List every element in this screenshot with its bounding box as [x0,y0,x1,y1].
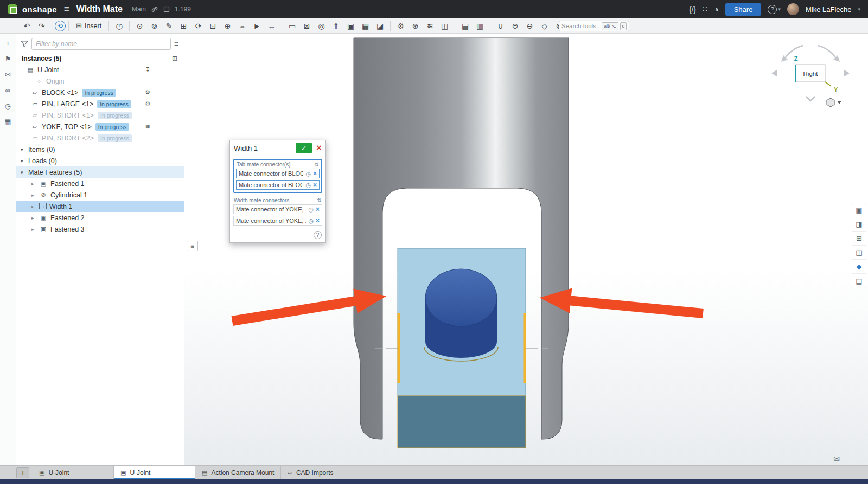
document-tab[interactable]: ▤Action Camera Mount [195,466,281,479]
rotate-arc-right[interactable] [818,46,837,59]
parallel-mate-icon[interactable]: ⇔ [235,20,250,32]
chevron-right-icon[interactable]: ▸ [31,227,39,232]
section-view-icon[interactable]: ◪ [373,20,387,32]
remove-icon[interactable]: × [316,217,320,224]
featurescript-icon[interactable]: {/} [689,5,696,14]
rollback-icon[interactable]: ⟲ [55,21,66,31]
pin-top-face[interactable] [425,269,497,326]
rotate-down-arrow[interactable] [806,97,815,101]
chevron-right-icon[interactable]: ▸ [31,192,39,198]
frame-icon[interactable]: ▭ [285,20,299,32]
mate-connector-row[interactable]: Mate connector of BLOCK ...◷× [236,180,320,190]
tree-group-header[interactable]: ▾Mate Features (5) [16,166,184,178]
tree-feature-row[interactable]: ▸⊘Cylindrical 1 [16,189,184,201]
display-states-icon[interactable]: ◫ [437,20,452,32]
table-icon[interactable]: ▦ [358,20,373,32]
onshape-logo-icon[interactable] [8,4,17,14]
sort-icon[interactable]: ⇅ [317,197,322,203]
mate-connector-icon[interactable]: ◷ [308,217,314,224]
mate-icon[interactable]: ◷ [112,20,126,32]
remove-icon[interactable]: × [316,206,320,213]
insert-instance-icon[interactable]: ⊞ [172,55,177,62]
tree-feature-row[interactable]: ▸▣Fastened 1 [16,178,184,189]
chevron-down-icon[interactable]: ▾ [21,158,28,164]
tree-feature-row[interactable]: ▸↔Width 1 [16,201,184,212]
comments-panel-icon[interactable]: ✉ [2,69,14,80]
help-menu-button[interactable]: ? ▾ [768,5,781,14]
history-panel-icon[interactable]: ◷ [2,100,14,111]
tree-instance-row[interactable]: ▱YOKE, TOP <1>In progress≋ [16,121,184,132]
in-context-icon[interactable]: ⚙ [145,100,150,107]
explode-icon[interactable]: ⊠ [299,20,314,32]
tree-group-header[interactable]: ▾Loads (0) [16,155,184,166]
tree-feature-row[interactable]: ▸▣Fastened 3 [16,223,184,235]
cancel-button[interactable]: × [316,144,322,152]
tree-instance-row[interactable]: ▱PIN, SHORT <1>In progress [16,110,184,121]
share-button[interactable]: Share [725,3,762,16]
chevron-right-icon[interactable]: ▸ [31,181,39,187]
cam-icon[interactable]: ⊖ [522,20,537,32]
block-lower-part[interactable] [398,396,526,448]
bom-panel-icon[interactable]: ▦ [2,116,14,127]
hamburger-menu-icon[interactable]: ≡ [64,4,69,15]
resource-center-icon[interactable]: ◑ [714,5,718,14]
pulley-icon[interactable]: ⊜ [508,20,522,32]
comment-icon[interactable]: ▤ [458,20,473,32]
message-icon[interactable]: ✉ [833,454,840,463]
panel-toggle-button[interactable]: ≡ [187,241,198,251]
user-name[interactable]: Mike LaFleche [806,5,852,14]
fastened-mate-icon[interactable]: ⊙ [132,20,147,32]
chevron-down-icon[interactable]: ▾ [21,147,28,152]
insert-button[interactable]: ⊞ Insert [72,20,106,32]
document-tab[interactable]: ▣U-Joint [114,466,195,479]
settings-icon[interactable]: ⚙ [393,20,408,32]
in-context-icon[interactable]: ⚙ [145,89,150,96]
appearance-icon[interactable]: ✎ [162,20,176,32]
remove-icon[interactable]: × [313,170,317,177]
revolute-mate-icon[interactable]: ⊚ [147,20,162,32]
simulation-panel-icon[interactable]: ◆ [852,260,866,274]
tree-feature-row[interactable]: ▸▣Fastened 2 [16,212,184,223]
sketch-icon[interactable]: ◇ [537,20,552,32]
mate-connector-panel-icon[interactable]: + [2,37,14,48]
cylindrical-mate-icon[interactable]: ⟳ [191,20,206,32]
group-icon[interactable]: ↔ [264,20,279,32]
dialog-help-icon[interactable]: ? [314,231,322,239]
mate-connector-icon[interactable]: ◷ [308,206,314,213]
chevron-right-icon[interactable]: ▸ [31,215,39,221]
tree-instance-row[interactable]: ▱BLOCK <1>In progress⚙ [16,87,184,98]
relations-icon[interactable]: ≋ [423,20,437,32]
configure-icon[interactable]: ⊛ [408,20,423,32]
view-cube[interactable]: Right Z Y [771,46,850,101]
tangent-mate-icon[interactable]: ► [250,20,264,32]
belt-icon[interactable]: ∪ [493,20,508,32]
tree-instance-row[interactable]: ▱PIN, SHORT <2>In progress [16,132,184,144]
view-options-button[interactable] [827,98,841,107]
section-icon[interactable]: ≋ [145,123,150,130]
section-panel-icon[interactable]: ◨ [852,217,866,232]
redo-button[interactable]: ↷ [34,20,49,32]
measure-panel-icon[interactable]: ▤ [852,274,866,288]
mate-connector-row[interactable]: Mate connector of YOKE, ...◷× [233,204,322,214]
version-icon[interactable] [163,6,170,12]
document-tab[interactable]: ▱CAD Imports [281,466,362,479]
chevron-down-icon[interactable]: ▾ [21,170,28,175]
branch-label[interactable]: Main [132,5,146,13]
rotate-right-arrow[interactable] [844,69,850,77]
appearance-panel-icon[interactable]: ⚑ [2,53,14,64]
apps-grid-icon[interactable]: ∷ [703,5,707,14]
views-panel-icon[interactable]: ▣ [852,203,866,217]
sort-icon[interactable]: ⇅ [315,162,319,168]
chevron-right-icon[interactable]: ▸ [31,204,39,209]
ball-mate-icon[interactable]: ⊕ [220,20,235,32]
mate-connector-row[interactable]: Mate connector of BLOCK ...◷× [236,169,320,178]
tree-group-header[interactable]: ▾Items (0) [16,144,184,155]
undo-button[interactable]: ↶ [20,20,34,32]
accept-button[interactable]: ✓ [296,143,312,153]
tables-panel-icon[interactable]: ◫ [852,246,866,260]
snapshot-icon[interactable]: ◎ [314,20,329,32]
bom-icon[interactable]: ▥ [473,20,487,32]
document-tab[interactable]: ▣U-Joint [33,466,114,479]
tree-instance-row[interactable]: ▤U-Joint↧ [16,64,184,75]
user-avatar[interactable] [787,3,799,15]
